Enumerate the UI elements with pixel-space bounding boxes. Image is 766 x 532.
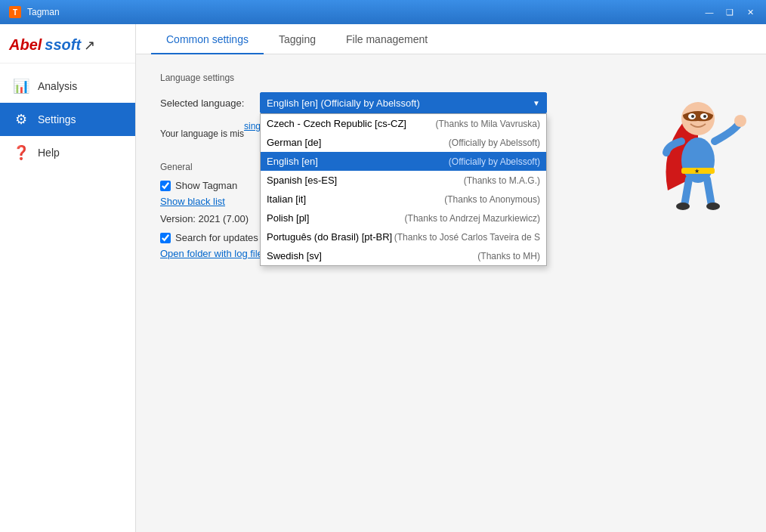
- dropdown-item-lang: Polish [pl]: [267, 212, 405, 224]
- logo-red: Abel: [9, 36, 42, 54]
- svg-point-4: [691, 115, 694, 118]
- sidebar-item-settings[interactable]: ⚙ Settings: [0, 103, 135, 136]
- sidebar-item-analysis[interactable]: 📊 Analysis: [0, 70, 135, 103]
- tab-bar: Common settings Tagging File management: [136, 24, 766, 54]
- title-bar: T Tagman — ❑ ✕: [0, 0, 766, 24]
- sidebar-label-help: Help: [38, 147, 60, 159]
- dropdown-item[interactable]: English [en](Officially by Abelssoft): [261, 152, 546, 171]
- window-controls: — ❑ ✕: [700, 5, 760, 20]
- close-button[interactable]: ✕: [740, 5, 760, 20]
- tab-common-settings[interactable]: Common settings: [151, 24, 264, 54]
- dropdown-item-credit: (Officially by Abelssoft): [449, 156, 540, 167]
- minimize-button[interactable]: —: [700, 5, 719, 20]
- dropdown-item[interactable]: German [de](Officially by Abelssoft): [261, 133, 546, 152]
- dropdown-item-credit: (Thanks to M.A.G.): [464, 175, 540, 186]
- dropdown-item-credit: (Thanks to Andrzej Mazurkiewicz): [405, 213, 540, 224]
- app-body: Abelssoft↗ 📊 Analysis ⚙ Settings ❓ Help …: [0, 24, 766, 532]
- dropdown-item[interactable]: Swedish [sv](Thanks to MH): [261, 246, 546, 265]
- dropdown-item-credit: (Thanks to Anonymous): [444, 194, 540, 205]
- app-icon: T: [9, 6, 21, 18]
- sidebar: Abelssoft↗ 📊 Analysis ⚙ Settings ❓ Help: [0, 24, 136, 532]
- sidebar-item-help[interactable]: ❓ Help: [0, 136, 135, 169]
- app-title: Tagman: [27, 7, 60, 17]
- svg-text:★: ★: [694, 168, 700, 175]
- language-dropdown-button[interactable]: English [en] (Officially by Abelssoft) ▼: [260, 92, 547, 113]
- logo-blue: ssoft: [45, 36, 81, 54]
- dropdown-arrow-icon: ▼: [533, 99, 540, 107]
- settings-panel: ★ Language settings Selected language: E…: [136, 54, 766, 532]
- tab-tagging[interactable]: Tagging: [264, 24, 331, 54]
- dropdown-item-credit: (Thanks to Mila Vavruska): [436, 119, 541, 129]
- svg-point-6: [734, 115, 746, 127]
- dropdown-item-lang: Czech - Czech Republic [cs-CZ]: [267, 118, 436, 129]
- dropdown-item[interactable]: Polish [pl](Thanks to Andrzej Mazurkiewi…: [261, 209, 546, 227]
- dropdown-item-lang: Português (do Brasil) [pt-BR]: [267, 231, 394, 243]
- dropdown-item[interactable]: Spanish [es-ES](Thanks to M.A.G.): [261, 171, 546, 190]
- help-icon: ❓: [12, 144, 30, 162]
- dropdown-item[interactable]: Italian [it](Thanks to Anonymous): [261, 190, 546, 209]
- maximize-button[interactable]: ❑: [720, 5, 740, 20]
- selected-language-label: Selected language:: [160, 97, 251, 109]
- sidebar-logo: Abelssoft↗: [0, 24, 135, 63]
- dropdown-item-lang: Spanish [es-ES]: [267, 175, 464, 186]
- sidebar-label-analysis: Analysis: [38, 80, 77, 92]
- dropdown-item-lang: German [de]: [267, 137, 449, 148]
- dropdown-item-lang: English [en]: [267, 156, 449, 167]
- search-updates-checkbox[interactable]: [160, 233, 171, 243]
- dropdown-current-value: English [en] (Officially by Abelssoft): [267, 97, 420, 109]
- content-area: Common settings Tagging File management: [136, 24, 766, 532]
- language-dropdown-container: English [en] (Officially by Abelssoft) ▼…: [260, 92, 547, 113]
- svg-point-7: [676, 203, 690, 210]
- missing-lang-prefix: Your language is mis: [160, 128, 244, 139]
- settings-icon: ⚙: [12, 110, 30, 128]
- svg-point-8: [706, 203, 720, 210]
- svg-point-5: [703, 115, 706, 118]
- tab-file-management[interactable]: File management: [331, 24, 443, 54]
- title-bar-left: T Tagman: [9, 6, 60, 18]
- dropdown-item-lang: Swedish [sv]: [267, 250, 477, 261]
- dropdown-item-lang: Italian [it]: [267, 193, 444, 205]
- dropdown-item-credit: (Thanks to MH): [477, 251, 540, 261]
- logo-cursor: ↗: [84, 37, 95, 54]
- sidebar-nav: 📊 Analysis ⚙ Settings ❓ Help: [0, 63, 135, 175]
- dropdown-item[interactable]: Czech - Czech Republic [cs-CZ](Thanks to…: [261, 114, 546, 133]
- sidebar-label-settings: Settings: [38, 113, 76, 125]
- language-dropdown-menu: Czech - Czech Republic [cs-CZ](Thanks to…: [260, 113, 547, 266]
- show-tagman-checkbox[interactable]: [160, 181, 171, 191]
- dropdown-item[interactable]: Português (do Brasil) [pt-BR](Thanks to …: [261, 227, 546, 246]
- analysis-icon: 📊: [12, 77, 30, 95]
- logo: Abelssoft↗: [9, 36, 126, 54]
- svg-point-0: [681, 138, 715, 183]
- show-tagman-label: Show Tagman: [175, 180, 237, 191]
- hero-image: ★: [645, 62, 751, 213]
- dropdown-item-credit: (Thanks to José Carlos Taveira de S: [394, 232, 540, 243]
- dropdown-item-credit: (Officially by Abelssoft): [449, 138, 540, 148]
